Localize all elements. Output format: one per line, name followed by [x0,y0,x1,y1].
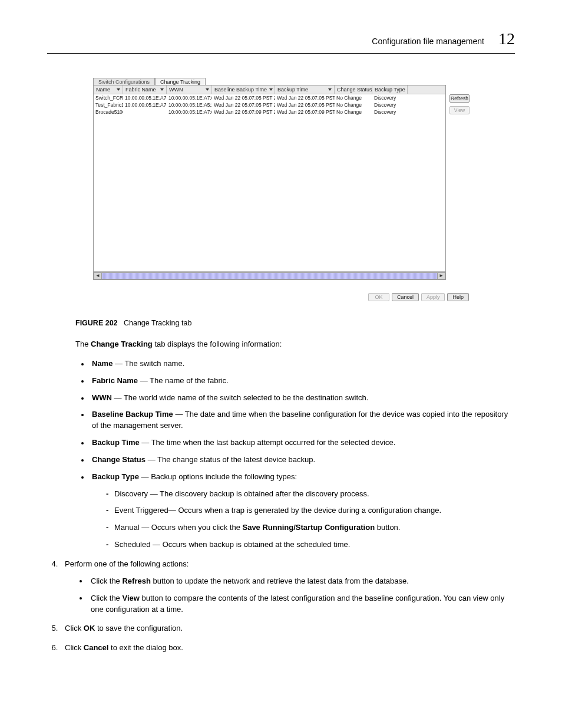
page-header-number: 12 [498,29,515,48]
cell-cs: No Change [335,95,372,101]
text-bold: Refresh [122,577,150,585]
text: — The switch name. [113,359,184,368]
backup-type-sublist: Discovery — The discovery backup is obta… [106,489,515,551]
ok-button[interactable]: OK [368,293,389,301]
text-bold: Change Status [92,455,146,464]
col-name-label: Name [96,87,110,93]
cell-btype: Discovery [372,109,408,115]
cell-name: Test_Fabric11 [94,102,123,108]
page-header: Configuration file management 12 [47,29,515,48]
cell-fabric: 10:00:00:05:1E:A7:6B:38 [123,102,167,108]
text: — Backup options include the following t… [139,472,297,481]
text-bold: Fabric Name [92,376,138,385]
list-item: Fabric Name — The name of the fabric. [90,375,515,387]
chevron-down-icon [269,88,273,91]
col-cs-label: Change Status [337,87,372,93]
cell-btype: Discovery [372,95,408,101]
text: Click the [91,577,122,585]
col-baseline-backup-time[interactable]: Baseline Backup Time [212,85,275,94]
field-list: Name — The switch name. Fabric Name — Th… [90,358,515,551]
col-wwn[interactable]: WWN [167,85,212,94]
chevron-down-icon [328,88,332,91]
text: Click [65,643,84,652]
text-bold: OK [84,624,95,633]
grid-body: Switch_FCR... 10:00:00:05:1E:A7:6B:38 10… [94,94,445,271]
scroll-right-icon[interactable]: ► [437,272,445,279]
grid-header-row: Name Fabric Name WWN Baseline Backup Tim… [94,85,445,94]
table-row[interactable]: Switch_FCR... 10:00:00:05:1E:A7:6B:38 10… [94,94,445,101]
header-rule [47,53,515,54]
cell-bt: Wed Jan 22 05:07:09 PST 2014 [275,109,335,115]
text: — The world wide name of the switch sele… [112,393,369,402]
chevron-down-icon [160,88,164,91]
col-backup-time[interactable]: Backup Time [275,85,335,94]
cell-wwn: 10:00:00:05:1E:A7:6B:38 [167,95,212,101]
col-wwn-label: WWN [169,87,183,93]
figure-caption: FIGURE 202 Change Tracking tab [75,319,515,327]
col-backup-type[interactable]: Backup Type [372,85,408,94]
table-row[interactable]: Brocade5100 10:00:00:05:1E:A7:6B:77 Wed … [94,108,445,116]
col-extra [408,85,445,94]
step-4: Perform one of the following actions: Cl… [60,559,515,615]
apply-button[interactable]: Apply [421,293,445,301]
list-item: Click the Refresh button to update the n… [88,576,515,587]
table-row[interactable]: Test_Fabric11 10:00:00:05:1E:A7:6B:38 10… [94,101,445,108]
refresh-button[interactable]: Refresh [449,94,470,103]
text: Perform one of the following actions: [65,559,189,568]
text-bold: View [122,594,139,602]
col-change-status[interactable]: Change Status [335,85,372,94]
cell-cs: No Change [335,102,372,108]
change-tracking-grid: Name Fabric Name WWN Baseline Backup Tim… [93,85,446,280]
step-5: Click OK to save the configuration. [60,623,515,634]
list-item: Event Triggered— Occurs when a trap is g… [106,505,515,516]
cell-btype: Discovery [372,102,408,108]
scroll-left-icon[interactable]: ◄ [94,272,102,279]
text-bold: Cancel [84,643,109,652]
scroll-track[interactable] [102,272,437,279]
text: button. [375,523,400,532]
cell-name: Brocade5100 [94,109,123,115]
cell-wwn: 10:00:00:05:1E:A7:6B:77 [167,109,212,115]
text: — The time when the last backup attempt … [140,438,396,447]
dialog-footer: OK Cancel Apply Help [93,280,469,301]
text: to exit the dialog box. [108,643,183,652]
intro-paragraph: The Change Tracking tab displays the fol… [75,339,515,350]
text-bold: Backup Type [92,472,139,481]
list-item: Manual — Occurs when you click the Save … [106,522,515,533]
col-fabric[interactable]: Fabric Name [123,85,167,94]
cell-name: Switch_FCR... [94,95,123,101]
col-name[interactable]: Name [94,85,123,94]
cell-fabric: 10:00:00:05:1E:A7:6B:38 [123,95,167,101]
list-item: WWN — The world wide name of the switch … [90,393,515,404]
col-btype-label: Backup Type [375,87,405,93]
text-bold: Baseline Backup Time [92,410,173,419]
text-bold: Change Tracking [91,340,153,348]
text-bold: Save Running/Startup Configuration [242,523,375,532]
col-fabric-label: Fabric Name [125,87,156,93]
side-buttons: Refresh View [449,85,470,280]
cell-wwn: 10:00:00:05:1E:A5:1E:59 [167,102,212,108]
cell-bbt: Wed Jan 22 05:07:05 PST 2014 [212,95,275,101]
text: The [75,340,91,348]
text: to save the configuration. [95,624,183,633]
figure-caption-text: Change Tracking tab [124,319,191,327]
view-button[interactable]: View [449,106,470,114]
list-item: Backup Time — The time when the last bac… [90,437,515,449]
col-bt-label: Backup Time [277,87,308,93]
help-button[interactable]: Help [447,293,469,301]
change-tracking-screenshot: Switch Configurations Change Tracking Na… [93,77,469,301]
text-bold: Name [92,359,113,368]
step-4-actions: Click the Refresh button to update the n… [88,576,515,615]
tab-bar: Switch Configurations Change Tracking [93,77,469,85]
list-item: Name — The switch name. [90,358,515,370]
step-6: Click Cancel to exit the dialog box. [60,643,515,654]
text: Click the [91,594,122,602]
list-item: Scheduled — Occurs when backup is obtain… [106,539,515,551]
list-item: Baseline Backup Time — The date and time… [90,409,515,431]
text: Click [65,624,84,633]
list-item: Change Status — The change status of the… [90,454,515,466]
horizontal-scrollbar[interactable]: ◄ ► [94,271,445,279]
cancel-button[interactable]: Cancel [392,293,419,301]
chevron-down-icon [117,88,120,91]
chevron-down-icon [206,88,209,91]
